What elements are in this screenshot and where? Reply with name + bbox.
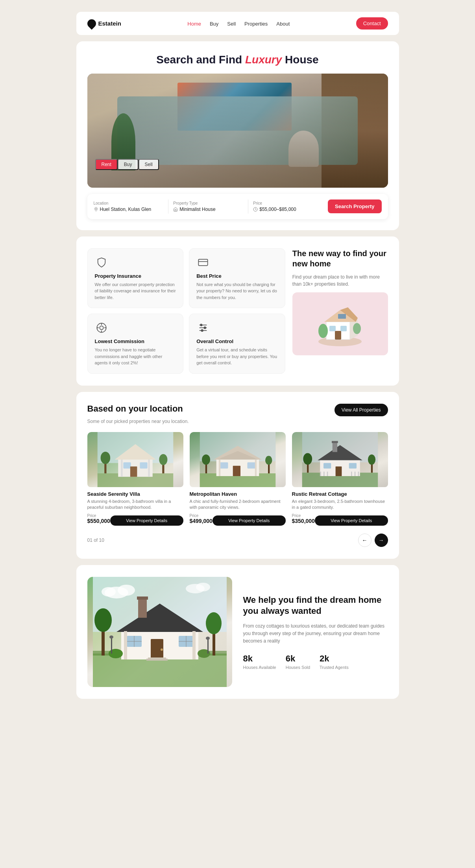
house-3d-image: [292, 292, 388, 355]
property-price-label-2: Price: [190, 513, 213, 518]
home-icon: [173, 207, 178, 212]
pagination-next-button[interactable]: →: [375, 534, 388, 547]
property-price-2: $499,000: [190, 518, 213, 524]
house-svg-1: [87, 432, 183, 487]
nav-link-about[interactable]: About: [276, 21, 290, 27]
location-icon: [94, 207, 98, 212]
svg-point-95: [161, 648, 163, 651]
pagination-text: 01 of 10: [87, 537, 104, 543]
nav-link-buy[interactable]: Buy: [210, 21, 218, 27]
feature-card-commission: Lowest Commission You no longer have to …: [87, 314, 184, 374]
svg-rect-35: [148, 460, 150, 477]
nav-link-sell[interactable]: Sell: [227, 21, 236, 27]
insurance-icon: [95, 256, 108, 269]
stat-houses-sold: 6k Houses Sold: [286, 654, 310, 670]
property-details-button-2[interactable]: View Property Details: [213, 515, 286, 526]
dream-desc: From cozy cottages to luxurious estates,…: [243, 622, 388, 645]
svg-rect-62: [323, 463, 331, 468]
svg-rect-99: [146, 659, 168, 661]
property-details-button-1[interactable]: View Property Details: [110, 515, 183, 526]
svg-rect-22: [335, 331, 341, 340]
pagination-buttons: ← →: [358, 534, 388, 547]
pagination: 01 of 10 ← →: [87, 534, 388, 547]
stat-label-houses: Houses Available: [243, 665, 276, 670]
svg-rect-108: [207, 639, 209, 654]
feature-desc-insurance: We offer our customer property protectio…: [95, 281, 176, 301]
features-cards: Property Insurance We offer our customer…: [87, 248, 285, 374]
hero-overlay: [87, 74, 388, 188]
control-icon: [196, 321, 210, 334]
svg-rect-21: [340, 326, 347, 331]
svg-point-109: [206, 637, 210, 640]
svg-rect-25: [338, 314, 346, 319]
svg-rect-53: [268, 464, 270, 473]
view-all-button[interactable]: View All Properties: [335, 404, 388, 416]
tab-sell[interactable]: Sell: [139, 159, 159, 170]
dream-house-svg: [87, 577, 232, 687]
feature-desc-commission: You no longer have to negotiate commissi…: [95, 347, 176, 366]
location-value: Huel Station, Kulas Glen: [94, 207, 164, 212]
property-image-3: [292, 432, 388, 487]
stat-trusted-agents: 2k Trusted Agents: [320, 654, 349, 670]
search-bar: Location Huel Station, Kulas Glen Proper…: [87, 194, 388, 219]
svg-rect-106: [111, 638, 112, 654]
property-card-2: Metropolitan Haven A chic and fully-furn…: [190, 432, 286, 528]
svg-rect-2: [198, 259, 207, 265]
dream-stats: 8k Houses Available 6k Houses Sold 2k Tr…: [243, 654, 388, 670]
dream-house-image: [87, 577, 232, 687]
features-section: Property Insurance We offer our customer…: [76, 236, 399, 386]
properties-title-group: Based on your location: [87, 404, 183, 414]
svg-rect-46: [247, 462, 255, 469]
dream-content: We help you find the dream home you alwa…: [243, 595, 388, 670]
svg-rect-100: [102, 628, 105, 656]
svg-rect-87: [137, 597, 148, 600]
svg-point-12: [200, 324, 202, 326]
svg-point-13: [204, 327, 206, 329]
tab-rent[interactable]: Rent: [95, 159, 118, 170]
contact-button[interactable]: Contact: [356, 17, 388, 30]
property-price-group-1: Price $550,000: [87, 513, 110, 527]
property-desc-1: A stunning 4-bedroom, 3-bathroom villa i…: [87, 499, 183, 511]
svg-rect-47: [233, 465, 240, 476]
svg-rect-60: [332, 441, 337, 452]
svg-rect-61: [332, 441, 338, 443]
search-divider-2: [248, 199, 248, 214]
property-price-1: $550,000: [87, 518, 110, 524]
svg-rect-102: [213, 631, 215, 656]
navbar: Estatein Home Buy Sell Properties About …: [76, 12, 399, 35]
svg-rect-31: [123, 462, 131, 469]
nav-link-properties[interactable]: Properties: [244, 21, 268, 27]
svg-rect-69: [320, 471, 321, 476]
svg-point-103: [206, 612, 222, 634]
svg-rect-34: [121, 460, 122, 477]
svg-point-14: [201, 330, 203, 332]
dream-section: We help you find the dream home you alwa…: [76, 565, 399, 699]
feature-card-control: Overall Control Get a virtual tour, and …: [189, 314, 285, 374]
price-value: $55,000–$85,000: [253, 207, 323, 212]
search-divider-1: [168, 199, 168, 214]
feature-title-insurance: Property Insurance: [95, 273, 176, 279]
pagination-prev-button[interactable]: ←: [358, 534, 371, 547]
feature-card-price: Best Price Not sure what you should be c…: [189, 248, 285, 308]
svg-point-52: [202, 454, 210, 464]
tab-buy[interactable]: Buy: [118, 159, 139, 170]
price-icon: [196, 256, 210, 269]
nav-link-home[interactable]: Home: [187, 21, 201, 27]
property-image-1: [87, 432, 183, 487]
feature-title-price: Best Price: [196, 273, 278, 279]
property-details-button-3[interactable]: View Property Details: [315, 515, 388, 526]
logo-icon: [85, 17, 98, 30]
svg-point-104: [109, 649, 123, 658]
feature-title-control: Overall Control: [196, 338, 278, 344]
properties-header: Based on your location View All Properti…: [87, 404, 388, 416]
svg-point-37: [100, 451, 110, 464]
search-tabs: Rent Buy Sell: [95, 159, 159, 170]
features-right: The new way to find your new home Find y…: [292, 248, 388, 374]
search-property-button[interactable]: Search Property: [328, 199, 381, 213]
feature-title-commission: Lowest Commission: [95, 338, 176, 344]
properties-grid: Seaside Serenity Villa A stunning 4-bedr…: [87, 432, 388, 528]
svg-point-81: [196, 583, 210, 591]
house-svg-2: [190, 432, 286, 487]
property-card-3: Rustic Retreat Cottage An elegant 3-bedr…: [292, 432, 388, 528]
feature-card-insurance: Property Insurance We offer our customer…: [87, 248, 184, 308]
